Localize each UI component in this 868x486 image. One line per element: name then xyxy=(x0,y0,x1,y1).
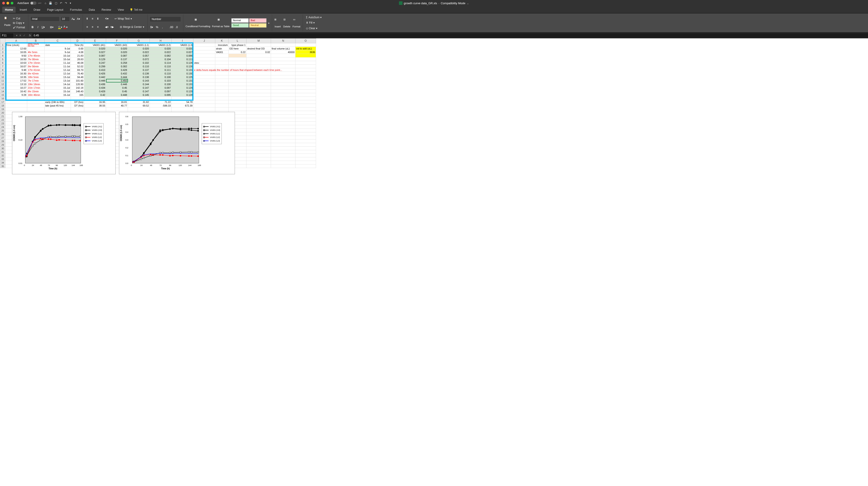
row-header-22[interactable]: 22 xyxy=(0,118,5,122)
row-header-32[interactable]: 32 xyxy=(0,154,5,157)
cell-G11[interactable]: 0.143 xyxy=(128,79,150,83)
cell-N2[interactable]: final volume (uL) xyxy=(271,47,296,50)
cell-M3[interactable]: 0.02 xyxy=(246,50,271,54)
cell-C9[interactable]: 12-Jul xyxy=(44,72,71,75)
row-header-3[interactable]: 3 xyxy=(0,50,5,54)
cell-I6[interactable]: 0.126 xyxy=(172,61,193,65)
row-header-33[interactable]: 33 xyxy=(0,157,5,161)
number-format-select[interactable] xyxy=(150,17,181,22)
style-bad[interactable]: Bad xyxy=(249,18,267,23)
col-header-B[interactable]: B xyxy=(27,38,44,43)
cell-A12[interactable]: 13:10 xyxy=(5,83,27,86)
row-header-8[interactable]: 8 xyxy=(0,68,5,72)
save-icon[interactable]: 💾 xyxy=(49,2,52,5)
cell-A10[interactable]: 10:35 xyxy=(5,75,27,79)
cell-D14[interactable]: 148.43 xyxy=(71,90,84,93)
col-header-F[interactable]: F xyxy=(106,38,128,43)
row-header-34[interactable]: 34 xyxy=(0,161,5,164)
cell-I11[interactable]: 0.131 xyxy=(172,79,193,83)
cell-B11[interactable]: 7hr 17min xyxy=(27,79,44,83)
cell-C14[interactable]: 15-Jul xyxy=(44,90,71,93)
cell-C7[interactable]: 11-Jul xyxy=(44,65,71,68)
row-header-26[interactable]: 26 xyxy=(0,132,5,136)
row-header-21[interactable]: 21 xyxy=(0,115,5,118)
font-family-select[interactable] xyxy=(31,17,60,21)
bold-button[interactable]: B xyxy=(31,25,35,29)
cell-I9[interactable]: 0.130 xyxy=(172,72,193,75)
cell-F2[interactable]: 0.020 xyxy=(106,47,128,50)
insert-cells-button[interactable]: ⊞Insert xyxy=(274,18,281,28)
cell-B8[interactable]: 17hr 41min xyxy=(27,68,44,72)
cell-A4[interactable]: 9:50 xyxy=(5,54,27,58)
cell-D1[interactable]: Time (h) xyxy=(71,43,84,47)
new-icon[interactable]: ▢ xyxy=(55,2,57,5)
increase-font-icon[interactable]: A▴ xyxy=(71,17,75,21)
cell-B2[interactable] xyxy=(27,47,44,50)
cell-H5[interactable]: 0.104 xyxy=(150,58,172,61)
cell-H6[interactable]: 0.114 xyxy=(150,61,172,65)
row-header-13[interactable]: 13 xyxy=(0,86,5,90)
redo-icon[interactable]: ↷ xyxy=(65,2,67,5)
cell-E9[interactable]: 0.426 xyxy=(84,72,106,75)
home-icon[interactable]: ⌂ xyxy=(44,2,46,5)
col-header-G[interactable]: G xyxy=(128,38,150,43)
row-header-27[interactable]: 27 xyxy=(0,136,5,140)
style-good[interactable]: Good xyxy=(231,23,249,28)
currency-icon[interactable]: $▾ xyxy=(150,25,154,29)
cell-G2[interactable]: 0.020 xyxy=(128,47,150,50)
cell-I13[interactable]: 0.129 xyxy=(172,86,193,90)
row-header-28[interactable]: 28 xyxy=(0,140,5,143)
cell-J8[interactable]: e delta hours equals the number of hours… xyxy=(193,68,215,72)
cell-H14[interactable]: 0.097 xyxy=(150,90,172,93)
cell-B10[interactable]: 18hr 5min xyxy=(27,75,44,79)
cell-A7[interactable]: 16:07 xyxy=(5,65,27,68)
cell-N3[interactable]: 40000 xyxy=(271,50,296,54)
cell-F17[interactable]: 16.81 xyxy=(106,100,128,104)
cell-A1[interactable]: Time (clock) xyxy=(5,43,27,47)
cell-I5[interactable]: 0.111 xyxy=(172,58,193,61)
cell-G8[interactable]: 0.137 xyxy=(128,68,150,72)
cell-D13[interactable]: 142.18 xyxy=(71,86,84,90)
delete-cells-button[interactable]: ⊟Delete xyxy=(283,18,290,28)
cell-D12[interactable]: 120.90 xyxy=(71,83,84,86)
cell-C4[interactable]: 10-Jul xyxy=(44,54,71,58)
cell-G4[interactable]: 0.057 xyxy=(128,54,150,58)
cell-A8[interactable]: 9:48 xyxy=(5,68,27,72)
row-header-23[interactable]: 23 xyxy=(0,122,5,125)
row-header-12[interactable]: 12 xyxy=(0,83,5,86)
chart[interactable]: OD600 (1.5 cm)Time (h)024487296120144168… xyxy=(12,112,116,174)
cell-E5[interactable]: 0.129 xyxy=(84,58,106,61)
paste-button[interactable]: 📋 Paste xyxy=(4,17,11,29)
cell-D15[interactable]: 165 xyxy=(71,93,84,97)
row-header-29[interactable]: 29 xyxy=(0,143,5,147)
qat-customize-icon[interactable]: ▾ xyxy=(70,2,71,5)
style-normal[interactable]: Normal xyxy=(231,18,249,23)
col-header-C[interactable]: C xyxy=(44,38,71,43)
row-header-18[interactable]: 18 xyxy=(0,104,5,108)
align-middle-icon[interactable]: ≡ xyxy=(91,17,94,21)
cell-A13[interactable]: 10:27 xyxy=(5,86,27,90)
cell-I15[interactable]: 0.128 xyxy=(172,93,193,97)
name-dropdown-icon[interactable]: ▾ xyxy=(16,34,18,37)
cell-I17[interactable]: 54.78 xyxy=(172,100,193,104)
cell-C6[interactable]: 11-Jul xyxy=(44,61,71,65)
cell-K3[interactable]: VA001 xyxy=(215,50,229,54)
align-bottom-icon[interactable]: ⬇ xyxy=(96,17,100,21)
cell-E1[interactable]: VA001 (A1) xyxy=(84,43,106,47)
row-header-30[interactable]: 30 xyxy=(0,147,5,150)
cell-B5[interactable]: 7hr 00min xyxy=(27,58,44,61)
cell-G12[interactable]: 0.144 xyxy=(128,83,150,86)
row-header-14[interactable]: 14 xyxy=(0,90,5,93)
cell-C11[interactable]: 13-Jul xyxy=(44,79,71,83)
align-center-icon[interactable]: ≡ xyxy=(91,25,94,29)
cell-I8[interactable]: 0.131 xyxy=(172,68,193,72)
confirm-formula-icon[interactable]: ✓ xyxy=(23,34,25,37)
cell-B13[interactable]: 21hr 17min xyxy=(27,86,44,90)
cell-B7[interactable]: 5hr 56min xyxy=(27,65,44,68)
underline-button[interactable]: U▾ xyxy=(41,25,45,29)
row-header-35[interactable]: 35 xyxy=(0,164,5,168)
cell-O2[interactable]: vol to add (uL) xyxy=(296,47,316,50)
cell-D17[interactable]: DT (hrs) xyxy=(71,100,84,104)
cell-H12[interactable]: 0.100 xyxy=(150,83,172,86)
comma-icon[interactable]: , xyxy=(160,25,164,29)
